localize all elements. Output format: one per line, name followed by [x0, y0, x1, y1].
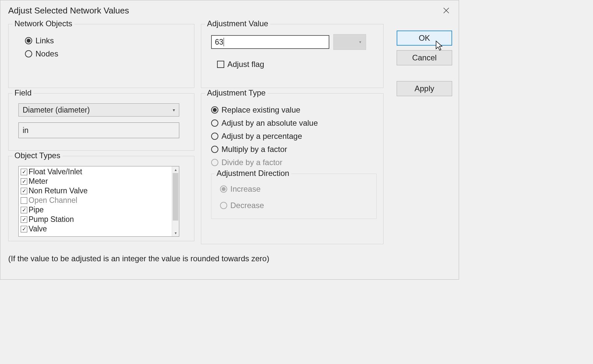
- checkbox-icon: ✓: [21, 178, 27, 185]
- scroll-down-icon[interactable]: ▾: [175, 230, 177, 236]
- adjustment-type-title: Adjustment Type: [205, 88, 268, 97]
- radio-percentage-label: Adjust by a percentage: [222, 132, 302, 141]
- radio-links[interactable]: Links: [25, 34, 187, 47]
- adjustment-value-title: Adjustment Value: [205, 19, 270, 28]
- radio-nodes-label: Nodes: [35, 49, 58, 58]
- checkbox-icon: [21, 197, 27, 204]
- radio-replace-label: Replace existing value: [222, 105, 300, 115]
- field-dropdown-value: Diameter (diameter): [23, 106, 90, 115]
- checkbox-icon: ✓: [21, 188, 27, 194]
- field-unit-display: in: [18, 122, 179, 138]
- scroll-up-icon[interactable]: ▴: [175, 166, 177, 173]
- list-item-label: Pump Station: [29, 215, 74, 224]
- dialog-content: Network Objects Links Nodes Field Diamet…: [0, 21, 459, 247]
- checkbox-icon: ✓: [21, 216, 27, 223]
- ok-button[interactable]: OK: [397, 31, 452, 46]
- radio-icon: [211, 106, 218, 114]
- scrollbar[interactable]: ▴ ▾: [172, 166, 179, 236]
- close-button[interactable]: [436, 1, 456, 20]
- adjustment-value-group: Adjustment Value 63 ▾ Adjust flag: [201, 24, 384, 88]
- cancel-button[interactable]: Cancel: [397, 50, 452, 65]
- field-unit-value: in: [23, 126, 29, 135]
- radio-replace[interactable]: Replace existing value: [211, 103, 377, 117]
- object-types-title: Object Types: [12, 151, 62, 160]
- checkbox-icon: ✓: [21, 207, 27, 213]
- titlebar: Adjust Selected Network Values: [0, 0, 459, 21]
- network-objects-title: Network Objects: [12, 19, 74, 28]
- list-item-label: Valve: [29, 225, 47, 233]
- right-column: OK Cancel Apply: [397, 24, 452, 244]
- object-types-group: Object Types ✓Float Valve/Inlet✓Meter✓No…: [8, 156, 194, 241]
- list-item[interactable]: ✓Meter: [19, 177, 179, 186]
- radio-increase-label: Increase: [231, 184, 261, 194]
- field-dropdown[interactable]: Diameter (diameter) ▾: [18, 103, 179, 117]
- radio-links-label: Links: [35, 36, 54, 45]
- list-item[interactable]: ✓Pump Station: [19, 215, 179, 224]
- network-objects-group: Network Objects Links Nodes: [8, 24, 194, 88]
- radio-divide-label: Divide by a factor: [222, 158, 282, 167]
- list-item: Open Channel: [19, 196, 179, 205]
- apply-button[interactable]: Apply: [397, 81, 452, 96]
- adjustment-value-input[interactable]: 63: [211, 35, 329, 49]
- list-item-label: Pipe: [29, 205, 44, 214]
- radio-icon: [25, 50, 32, 57]
- list-item[interactable]: ✓Valve: [19, 224, 179, 234]
- radio-multiply[interactable]: Multiply by a factor: [211, 143, 377, 156]
- radio-icon: [25, 37, 32, 44]
- radio-absolute-label: Adjust by an absolute value: [222, 118, 318, 128]
- dialog-window: Adjust Selected Network Values Network O…: [0, 0, 459, 280]
- radio-icon: [211, 133, 218, 140]
- radio-icon: [220, 185, 227, 193]
- list-item-label: Open Channel: [29, 196, 77, 205]
- radio-icon: [211, 159, 218, 166]
- radio-divide: Divide by a factor: [211, 156, 377, 169]
- list-item[interactable]: ✓Pipe: [19, 205, 179, 215]
- adjustment-unit-dropdown[interactable]: ▾: [333, 34, 366, 50]
- adjustment-direction-title: Adjustment Direction: [215, 169, 291, 178]
- radio-icon: [211, 119, 218, 127]
- radio-nodes[interactable]: Nodes: [25, 47, 187, 60]
- radio-increase: Increase: [220, 182, 370, 196]
- checkbox-icon: [217, 61, 224, 68]
- radio-absolute[interactable]: Adjust by an absolute value: [211, 117, 377, 130]
- radio-decrease: Decrease: [220, 199, 370, 212]
- adjust-flag-label: Adjust flag: [228, 60, 264, 69]
- radio-icon: [220, 202, 227, 209]
- scroll-thumb[interactable]: [173, 173, 178, 221]
- chevron-down-icon: ▾: [173, 107, 175, 113]
- left-column: Network Objects Links Nodes Field Diamet…: [8, 24, 194, 244]
- list-item-label: Meter: [29, 177, 48, 186]
- field-title: Field: [12, 88, 33, 97]
- checkbox-icon: ✓: [21, 169, 27, 175]
- list-item-label: Non Return Valve: [29, 186, 88, 195]
- list-item[interactable]: ✓Float Valve/Inlet: [19, 167, 179, 177]
- dialog-title: Adjust Selected Network Values: [8, 6, 129, 16]
- checkbox-icon: ✓: [21, 226, 27, 232]
- list-item-label: Float Valve/Inlet: [29, 167, 82, 176]
- list-item[interactable]: ✓Non Return Valve: [19, 186, 179, 196]
- radio-multiply-label: Multiply by a factor: [222, 145, 287, 154]
- object-types-listbox[interactable]: ✓Float Valve/Inlet✓Meter✓Non Return Valv…: [18, 166, 179, 237]
- close-icon: [443, 8, 449, 13]
- radio-icon: [211, 146, 218, 153]
- radio-percentage[interactable]: Adjust by a percentage: [211, 130, 377, 143]
- adjustment-direction-group: Adjustment Direction Increase Decrease: [211, 174, 377, 219]
- footnote: (If the value to be adjusted is an integ…: [0, 247, 459, 263]
- adjustment-value-text: 63: [215, 38, 224, 47]
- adjustment-type-group: Adjustment Type Replace existing value A…: [201, 93, 384, 244]
- radio-decrease-label: Decrease: [231, 201, 264, 210]
- adjust-flag-checkbox[interactable]: Adjust flag: [217, 58, 377, 71]
- middle-column: Adjustment Value 63 ▾ Adjust flag Adjust…: [201, 24, 384, 244]
- chevron-down-icon: ▾: [359, 40, 361, 44]
- field-group: Field Diameter (diameter) ▾ in: [8, 93, 194, 151]
